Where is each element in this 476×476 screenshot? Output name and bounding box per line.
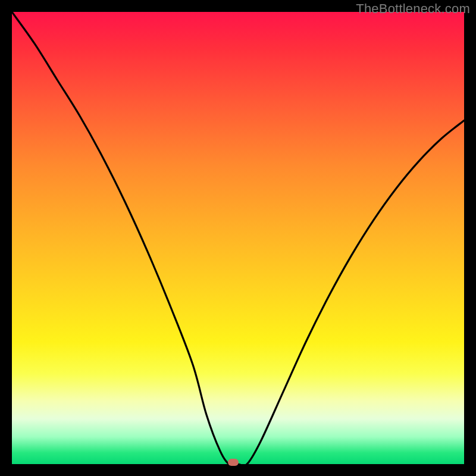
- chart-stage: TheBottleneck.com: [0, 0, 476, 476]
- watermark-text: TheBottleneck.com: [356, 1, 470, 17]
- plot-area: [12, 12, 464, 464]
- bottleneck-curve: [12, 12, 464, 464]
- bottleneck-marker: [228, 459, 239, 466]
